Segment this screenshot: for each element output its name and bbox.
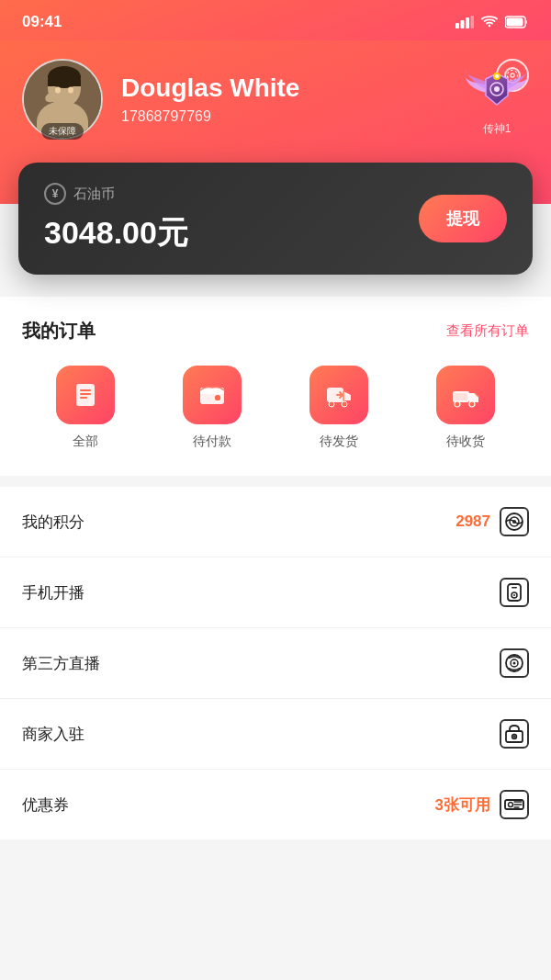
svg-point-35 [455,401,460,407]
order-item-pending-pay[interactable]: 待付款 [183,366,242,450]
svg-rect-3 [471,16,475,28]
order-label-pending-pay: 待付款 [193,434,231,450]
order-item-pending-receive[interactable]: 待收货 [436,366,495,450]
order-icon-pending-pay [183,366,242,424]
svg-rect-0 [455,23,459,28]
menu-item-merchant[interactable]: 商家入驻 [0,699,551,770]
wifi-icon [481,16,498,28]
menu-right-third-party-live [500,648,529,678]
svg-rect-11 [48,79,81,86]
status-time: 09:41 [22,13,62,31]
menu-right-merchant [500,719,529,749]
currency-label: 石油币 [73,186,115,203]
svg-point-31 [329,401,334,407]
battery-icon [505,16,529,28]
svg-rect-24 [80,397,87,399]
coupon-icon [500,790,529,819]
coupon-value: 3张可用 [435,794,490,816]
svg-point-43 [513,594,515,596]
status-bar: 09:41 [0,0,551,40]
order-icon-all [56,366,115,424]
status-icons [455,16,529,28]
svg-rect-5 [507,18,523,27]
menu-right-coupon: 3张可用 [435,790,529,819]
rank-badge: 传神1 [465,62,529,137]
rank-icon [465,62,529,118]
menu-item-coupon[interactable]: 优惠券 3张可用 [0,770,551,839]
svg-point-36 [469,401,475,407]
balance-left: ¥ 石油币 3048.00元 [44,183,188,254]
svg-rect-37 [455,393,467,400]
menu-item-phone-live[interactable]: 手机开播 [0,558,551,628]
balance-card: ¥ 石油币 3048.00元 提现 [18,163,533,275]
view-all-orders-link[interactable]: 查看所有订单 [446,322,529,340]
order-item-pending-ship[interactable]: 待发货 [309,366,368,450]
signal-icon [455,16,474,28]
profile-row: 未保障 Douglas White 17868797769 [22,59,529,140]
svg-point-53 [509,803,513,807]
menu-label-merchant: 商家入驻 [22,724,84,745]
main-content: 我的订单 查看所有订单 全部 [0,275,551,839]
menu-label-third-party-live: 第三方直播 [22,653,100,674]
order-icon-pending-ship [309,366,368,424]
profile-name: Douglas White [121,73,446,103]
points-icon [500,507,529,536]
merchant-icon [500,719,529,749]
menu-item-third-party-live[interactable]: 第三方直播 [0,628,551,699]
menu-item-points[interactable]: 我的积分 2987 [0,487,551,558]
svg-rect-2 [466,17,469,28]
order-icon-pending-receive [436,366,495,424]
currency-row: ¥ 石油币 [44,183,188,205]
order-item-all[interactable]: 全部 [56,366,115,450]
yuan-icon: ¥ [44,183,66,205]
svg-rect-44 [512,587,517,589]
menu-section: 我的积分 2987 手机开播 [0,487,551,839]
svg-point-32 [342,401,347,407]
avatar-badge: 未保障 [41,123,84,140]
order-label-all: 全部 [73,434,98,450]
svg-point-20 [495,74,499,78]
phone-live-icon [500,578,529,607]
svg-rect-1 [461,20,465,28]
menu-label-points: 我的积分 [22,512,84,533]
order-label-pending-ship: 待发货 [320,434,358,450]
svg-point-14 [55,87,61,94]
svg-rect-27 [200,391,224,394]
menu-right-phone-live [500,578,529,607]
orders-title: 我的订单 [22,319,96,344]
menu-right-points: 2987 [455,507,529,536]
balance-amount: 3048.00元 [44,212,188,254]
orders-header: 我的订单 查看所有订单 [22,319,529,344]
order-icons-row: 全部 待付款 [22,366,529,450]
menu-label-phone-live: 手机开播 [22,582,84,603]
svg-rect-23 [80,393,91,395]
svg-point-18 [494,86,500,92]
rank-label: 传神1 [483,121,512,137]
third-party-live-icon [500,648,529,678]
svg-point-15 [68,87,73,94]
svg-point-47 [513,662,516,665]
withdraw-button[interactable]: 提现 [419,195,507,242]
profile-info: Douglas White 17868797769 [121,73,446,125]
svg-rect-22 [80,389,91,391]
orders-section: 我的订单 查看所有订单 全部 [0,297,551,476]
avatar-container: 未保障 [22,59,103,140]
profile-phone: 17868797769 [121,108,446,125]
svg-point-28 [214,394,221,401]
order-label-pending-receive: 待收货 [446,434,485,450]
points-value: 2987 [455,513,490,531]
menu-label-coupon: 优惠券 [22,794,69,816]
